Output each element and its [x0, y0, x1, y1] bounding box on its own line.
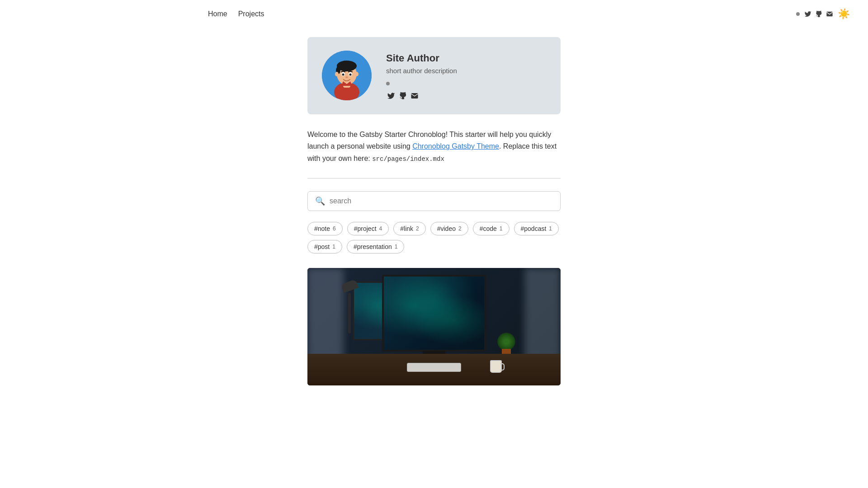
author-info: Site Author short author description: [386, 51, 546, 101]
svg-point-13: [355, 72, 359, 76]
author-card: Site Author short author description: [307, 37, 561, 114]
author-social-icons: [386, 91, 546, 101]
nav-right: ☀️: [796, 8, 850, 20]
tag-name: #podcast: [521, 225, 547, 232]
search-container: 🔍: [307, 191, 561, 211]
svg-point-9: [342, 74, 344, 76]
tag-count: 1: [395, 244, 398, 250]
desk-scene: [307, 268, 561, 385]
tag-pill[interactable]: #video2: [430, 222, 468, 235]
tag-pill[interactable]: #code1: [473, 222, 509, 235]
author-status-dot: [386, 82, 390, 85]
author-twitter-icon[interactable]: [386, 91, 396, 101]
post-image: [307, 268, 561, 385]
intro-code-path: src/pages/index.mdx: [372, 155, 444, 163]
monitor-center: [382, 275, 486, 352]
tag-count: 1: [500, 225, 503, 232]
tag-name: #note: [314, 225, 330, 232]
tag-count: 1: [332, 244, 335, 250]
tag-count: 1: [549, 225, 552, 232]
avatar: [322, 51, 372, 100]
tag-pill[interactable]: #link2: [393, 222, 425, 235]
nav-status-dot: [796, 12, 800, 16]
search-icon: 🔍: [315, 196, 325, 206]
tag-pill[interactable]: #post1: [307, 240, 342, 253]
tag-name: #project: [354, 225, 377, 232]
theme-toggle-button[interactable]: ☀️: [838, 8, 850, 20]
author-description: short author description: [386, 67, 546, 75]
tag-count: 2: [458, 225, 462, 232]
svg-point-10: [349, 74, 352, 76]
nav-social-icons: [803, 9, 834, 19]
tag-count: 4: [379, 225, 382, 232]
tags-container: #note6#project4#link2#video2#code1#podca…: [307, 222, 561, 253]
github-icon[interactable]: [814, 9, 823, 19]
mug: [490, 360, 502, 373]
svg-point-12: [335, 72, 339, 76]
tag-name: #video: [437, 225, 456, 232]
nav-links: Home Projects: [208, 10, 264, 18]
author-github-icon[interactable]: [398, 91, 408, 101]
author-name: Site Author: [386, 52, 546, 64]
tag-pill[interactable]: #presentation1: [347, 240, 405, 253]
intro-paragraph: Welcome to the Gatsby Starter Chronoblog…: [307, 129, 561, 164]
tag-name: #link: [400, 225, 413, 232]
twitter-icon[interactable]: [803, 9, 812, 19]
keyboard: [407, 363, 461, 372]
section-divider: [307, 178, 561, 178]
nav-projects[interactable]: Projects: [238, 10, 264, 18]
chronoblog-link[interactable]: Chronoblog Gatsby Theme: [412, 142, 499, 150]
tag-pill[interactable]: #podcast1: [514, 222, 559, 235]
tag-name: #post: [314, 243, 330, 250]
tag-name: #code: [480, 225, 497, 232]
tag-count: 6: [333, 225, 336, 232]
main-content: Site Author short author description Wel…: [307, 28, 561, 413]
tag-count: 2: [416, 225, 419, 232]
plant: [500, 333, 513, 356]
tag-pill[interactable]: #note6: [307, 222, 343, 235]
email-icon[interactable]: [825, 9, 834, 19]
avatar-container: [322, 51, 372, 100]
nav-home[interactable]: Home: [208, 10, 227, 18]
tag-pill[interactable]: #project4: [347, 222, 389, 235]
svg-point-11: [345, 76, 348, 78]
author-email-icon[interactable]: [410, 91, 420, 101]
lamp: [348, 293, 351, 333]
search-input[interactable]: [330, 197, 553, 205]
navbar: Home Projects ☀️: [0, 0, 868, 28]
tag-name: #presentation: [354, 243, 392, 250]
